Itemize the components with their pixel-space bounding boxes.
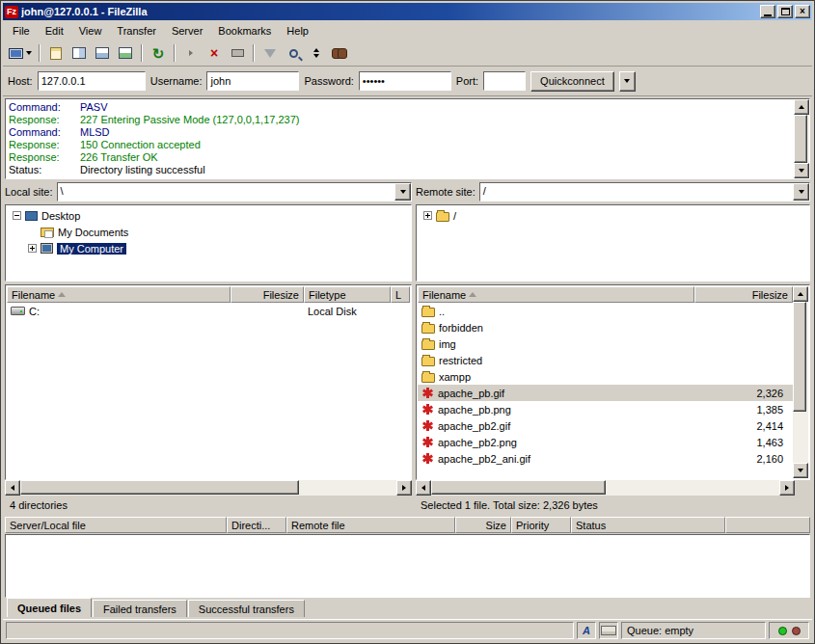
broken-image-icon bbox=[421, 387, 434, 399]
filter-button[interactable] bbox=[258, 42, 282, 64]
scroll-down-button[interactable] bbox=[793, 463, 808, 478]
expand-icon[interactable] bbox=[423, 211, 432, 220]
scroll-left-button[interactable] bbox=[5, 480, 20, 496]
password-input[interactable] bbox=[359, 71, 451, 91]
username-input[interactable] bbox=[206, 71, 299, 91]
remote-file-row[interactable]: xampp bbox=[418, 368, 793, 385]
find-icon bbox=[332, 48, 347, 58]
remote-site-combobox[interactable]: / bbox=[479, 182, 810, 201]
column-header-size[interactable]: Size bbox=[455, 517, 511, 533]
menu-item-transfer[interactable]: Transfer bbox=[109, 22, 164, 40]
compare-button[interactable] bbox=[282, 42, 305, 64]
remote-file-row[interactable]: apache_pb2.gif 2,414 bbox=[418, 417, 793, 434]
column-header-filesize[interactable]: Filesize bbox=[694, 286, 793, 303]
local-file-row[interactable]: C: Local Disk bbox=[7, 303, 410, 319]
column-header-lastmodified[interactable]: L bbox=[391, 286, 410, 303]
file-name: img bbox=[439, 338, 456, 350]
scroll-thumb[interactable] bbox=[793, 302, 806, 412]
scroll-thumb[interactable] bbox=[794, 115, 807, 163]
remote-file-row[interactable]: img bbox=[418, 335, 793, 352]
tree-item-root[interactable]: / bbox=[418, 207, 808, 224]
scroll-track[interactable] bbox=[794, 115, 809, 163]
column-header-priority[interactable]: Priority bbox=[511, 517, 571, 533]
column-header-filetype[interactable]: Filetype bbox=[304, 286, 391, 303]
menu-item-file[interactable]: File bbox=[5, 22, 38, 40]
menu-item-bookmarks[interactable]: Bookmarks bbox=[210, 22, 279, 40]
arrow-down-icon bbox=[798, 469, 803, 472]
remote-file-row[interactable]: .. bbox=[418, 303, 793, 319]
scroll-track[interactable] bbox=[793, 302, 808, 463]
close-button[interactable]: × bbox=[795, 5, 810, 18]
remote-vertical-scrollbar[interactable] bbox=[793, 286, 808, 478]
quickconnect-dropdown-button[interactable] bbox=[619, 71, 636, 92]
quickconnect-button[interactable]: Quickconnect bbox=[530, 71, 614, 92]
tree-item-desktop[interactable]: Desktop bbox=[7, 207, 410, 224]
local-horizontal-scrollbar[interactable] bbox=[5, 480, 412, 496]
tree-item-my-documents[interactable]: My Documents bbox=[7, 224, 410, 240]
scroll-right-button[interactable] bbox=[396, 480, 412, 496]
menu-item-help[interactable]: Help bbox=[279, 22, 316, 40]
local-site-combobox[interactable]: \ bbox=[57, 182, 412, 201]
scroll-thumb[interactable] bbox=[431, 480, 606, 495]
site-manager-button[interactable] bbox=[6, 42, 35, 64]
column-header-server-local-file[interactable]: Server/Local file bbox=[5, 517, 227, 533]
column-header-direction[interactable]: Directi... bbox=[227, 517, 286, 533]
minimize-button[interactable] bbox=[760, 5, 775, 18]
disconnect-button[interactable] bbox=[226, 42, 249, 64]
remote-file-row[interactable]: apache_pb2_ani.gif 2,160 bbox=[418, 450, 793, 467]
toggle-log-button[interactable] bbox=[44, 42, 68, 64]
column-header-remote-file[interactable]: Remote file bbox=[286, 517, 455, 533]
maximize-button[interactable] bbox=[777, 5, 793, 18]
activity-led-red-icon bbox=[792, 627, 801, 635]
scroll-up-button[interactable] bbox=[793, 286, 808, 302]
arrow-down-icon bbox=[799, 169, 804, 173]
refresh-button[interactable]: ↻ bbox=[147, 42, 170, 64]
toggle-local-tree-button[interactable] bbox=[68, 42, 91, 64]
port-input[interactable] bbox=[483, 71, 526, 91]
menu-item-server[interactable]: Server bbox=[164, 22, 210, 40]
tree-item-my-computer[interactable]: My Computer bbox=[7, 240, 410, 256]
menu-item-view[interactable]: View bbox=[71, 22, 110, 40]
queue-list[interactable] bbox=[5, 534, 810, 598]
process-queue-button[interactable] bbox=[179, 42, 203, 64]
broken-image-icon bbox=[421, 419, 434, 432]
tab-failed-transfers[interactable]: Failed transfers bbox=[93, 600, 187, 617]
local-site-dropdown-button[interactable] bbox=[394, 183, 411, 201]
cancel-button[interactable]: × bbox=[203, 42, 226, 64]
activity-indicators bbox=[769, 622, 809, 639]
find-button[interactable] bbox=[328, 42, 351, 64]
remote-file-row-selected[interactable]: apache_pb.gif 2,326 bbox=[418, 385, 793, 401]
password-label: Password: bbox=[304, 75, 353, 87]
column-header-filename[interactable]: Filename bbox=[418, 286, 694, 303]
toggle-remote-tree-button[interactable] bbox=[91, 42, 114, 64]
log-text: 227 Entering Passive Mode (127,0,0,1,17,… bbox=[80, 114, 299, 126]
menu-item-edit[interactable]: Edit bbox=[38, 22, 71, 40]
column-header-filename[interactable]: Filename bbox=[7, 286, 231, 303]
sync-browse-button[interactable] bbox=[305, 42, 328, 64]
remote-file-row[interactable]: apache_pb2.png 1,463 bbox=[418, 434, 793, 450]
toggle-queue-button[interactable] bbox=[114, 42, 137, 64]
host-input[interactable] bbox=[38, 71, 146, 91]
scroll-up-button[interactable] bbox=[794, 99, 809, 115]
tab-queued-files[interactable]: Queued files bbox=[7, 598, 92, 617]
remote-horizontal-scrollbar[interactable] bbox=[416, 480, 810, 496]
scroll-down-button[interactable] bbox=[794, 163, 809, 178]
scroll-right-button[interactable] bbox=[779, 480, 795, 496]
scroll-track[interactable] bbox=[20, 480, 396, 496]
remote-site-dropdown-button[interactable] bbox=[793, 183, 809, 201]
scroll-left-button[interactable] bbox=[416, 480, 431, 496]
remote-file-row[interactable]: restricted bbox=[418, 352, 793, 368]
filezilla-window: Fz john@127.0.0.1 - FileZilla × File Edi… bbox=[0, 0, 815, 644]
scroll-track[interactable] bbox=[431, 480, 779, 496]
file-size bbox=[694, 335, 793, 352]
remote-file-row[interactable]: forbidden bbox=[418, 319, 793, 335]
expand-icon[interactable] bbox=[28, 244, 37, 253]
collapse-icon[interactable] bbox=[13, 211, 21, 220]
log-scrollbar[interactable] bbox=[794, 99, 809, 178]
column-header-status[interactable]: Status bbox=[571, 517, 725, 533]
remote-file-row[interactable]: apache_pb.png 1,385 bbox=[418, 401, 793, 417]
titlebar[interactable]: Fz john@127.0.0.1 - FileZilla × bbox=[3, 3, 812, 20]
scroll-thumb[interactable] bbox=[20, 480, 299, 495]
tab-successful-transfers[interactable]: Successful transfers bbox=[188, 600, 305, 617]
column-header-filesize[interactable]: Filesize bbox=[231, 286, 304, 303]
